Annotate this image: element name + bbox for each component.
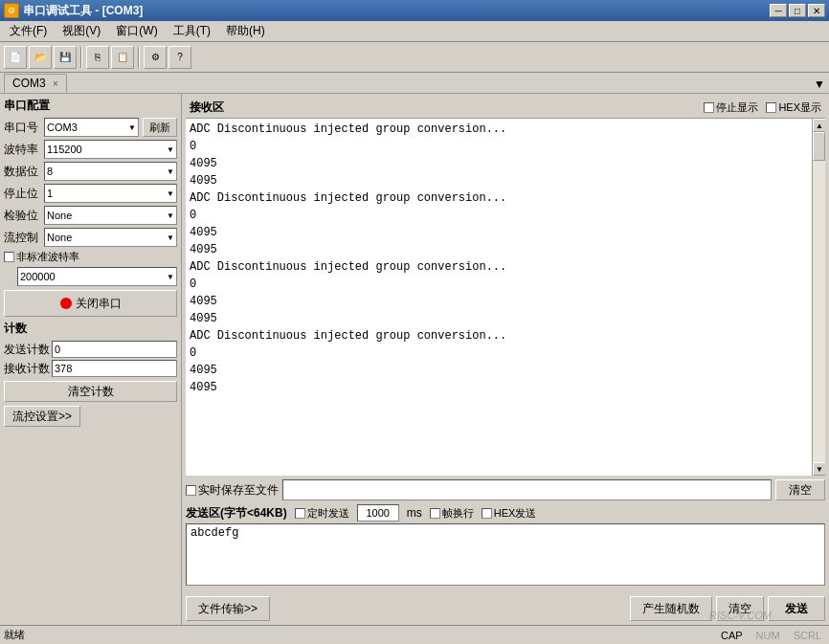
timed-send-option[interactable]: 定时发送 (295, 506, 349, 521)
random-number-button[interactable]: 产生随机数 (630, 596, 712, 621)
receive-options: 停止显示 HEX显示 (704, 100, 821, 115)
clear-count-button[interactable]: 清空计数 (4, 381, 177, 402)
send-button[interactable]: 发送 (768, 596, 825, 621)
close-port-button[interactable]: 关闭串口 (4, 290, 177, 317)
stopbits-arrow: ▼ (167, 189, 174, 198)
maximize-button[interactable]: □ (789, 4, 806, 17)
menu-tools[interactable]: 工具(T) (166, 21, 218, 41)
scroll-up-button[interactable]: ▲ (813, 119, 825, 132)
parity-select[interactable]: None ▼ (44, 206, 177, 225)
cap-indicator: CAP (717, 629, 747, 642)
receive-title: 接收区 (190, 100, 224, 116)
flow-arrow: ▼ (167, 233, 174, 242)
toolbar-new[interactable]: 📄 (4, 46, 27, 69)
receive-scrollbar[interactable]: ▲ ▼ (812, 119, 825, 476)
toolbar-sep1 (80, 47, 82, 68)
scroll-down-button[interactable]: ▼ (813, 462, 825, 476)
menu-view[interactable]: 视图(V) (55, 21, 108, 41)
receive-content: ADC Discontinuous injected group convers… (186, 119, 812, 476)
toolbar-settings[interactable]: ⚙ (144, 46, 167, 69)
save-file-input[interactable] (282, 479, 772, 500)
port-status-indicator (60, 298, 72, 309)
tab-bar: COM3 × ▼ (0, 73, 829, 94)
tab-com3[interactable]: COM3 × (4, 74, 67, 93)
save-file-checkbox[interactable] (186, 485, 196, 496)
send-title: 发送区(字节<64KB) (186, 505, 287, 522)
flow-select[interactable]: None ▼ (44, 228, 177, 247)
nonstandard-select[interactable]: 200000 ▼ (17, 267, 177, 286)
clear-receive-button[interactable]: 清空 (775, 479, 825, 500)
save-file-option[interactable]: 实时保存至文件 (186, 482, 279, 499)
nonstandard-value-row: 200000 ▼ (17, 267, 177, 286)
send-textarea[interactable]: abcdefg (186, 523, 825, 586)
databits-row: 数据位 8 ▼ (4, 162, 177, 181)
port-label: 串口号 (4, 120, 44, 136)
frame-swap-option[interactable]: 帧换行 (430, 506, 474, 521)
nonstandard-label[interactable]: 非标准波特率 (4, 250, 79, 264)
count-section: 计数 发送计数 0 接收计数 378 清空计数 (4, 321, 177, 402)
flow-label: 流控制 (4, 230, 44, 246)
app-icon: ⚙ (4, 3, 19, 18)
menu-file[interactable]: 文件(F) (2, 21, 55, 41)
hex-display-option[interactable]: HEX显示 (766, 100, 821, 115)
hex-send-option[interactable]: HEX发送 (482, 506, 537, 521)
refresh-button[interactable]: 刷新 (143, 118, 177, 137)
hex-send-checkbox[interactable] (482, 508, 492, 519)
rx-value: 378 (52, 360, 177, 377)
hex-display-checkbox[interactable] (766, 102, 776, 113)
tx-count-row: 发送计数 0 (4, 341, 177, 358)
stop-display-checkbox[interactable] (704, 102, 714, 113)
serial-config-title: 串口配置 (4, 98, 177, 114)
menu-window[interactable]: 窗口(W) (108, 21, 165, 41)
databits-label: 数据位 (4, 164, 44, 180)
toolbar-copy[interactable]: ⎘ (86, 46, 109, 69)
toolbar-sep2 (138, 47, 140, 68)
toolbar-open[interactable]: 📂 (29, 46, 52, 69)
baud-row: 波特率 115200 ▼ (4, 140, 177, 159)
baud-label: 波特率 (4, 142, 44, 158)
port-row: 串口号 COM3 ▼ 刷新 (4, 118, 177, 137)
toolbar-paste[interactable]: 📋 (111, 46, 134, 69)
scroll-thumb[interactable] (813, 132, 825, 161)
databits-arrow: ▼ (167, 167, 174, 176)
scrl-indicator: SCRL (790, 629, 825, 642)
nonstandard-arrow: ▼ (167, 273, 174, 281)
scroll-track (813, 132, 825, 462)
databits-select[interactable]: 8 ▼ (44, 162, 177, 181)
receive-header: 接收区 停止显示 HEX显示 (186, 98, 825, 119)
toolbar-save[interactable]: 💾 (54, 46, 77, 69)
parity-row: 检验位 None ▼ (4, 206, 177, 225)
baud-select[interactable]: 115200 ▼ (44, 140, 177, 159)
nonstandard-checkbox[interactable] (4, 252, 14, 262)
ms-label: ms (407, 506, 422, 520)
count-title: 计数 (4, 321, 177, 337)
toolbar-help[interactable]: ? (168, 46, 191, 69)
menu-help[interactable]: 帮助(H) (218, 21, 273, 41)
tx-label: 发送计数 (4, 342, 52, 358)
close-button[interactable]: ✕ (808, 4, 825, 17)
flow-settings-button[interactable]: 流控设置>> (4, 406, 80, 427)
baud-select-arrow: ▼ (167, 145, 174, 154)
stopbits-select[interactable]: 1 ▼ (44, 184, 177, 203)
send-options: 定时发送 ms 帧换行 HEX发送 (295, 504, 537, 522)
receive-body: ADC Discontinuous injected group convers… (186, 119, 825, 476)
port-select-arrow: ▼ (128, 123, 136, 132)
status-text: 就绪 (4, 628, 25, 642)
nonstandard-row: 非标准波特率 (4, 250, 177, 264)
tab-dropdown-arrow[interactable]: ▼ (814, 78, 825, 93)
rx-label: 接收计数 (4, 361, 52, 377)
stopbits-row: 停止位 1 ▼ (4, 184, 177, 203)
timed-send-checkbox[interactable] (295, 508, 305, 519)
stop-display-option[interactable]: 停止显示 (704, 100, 758, 115)
frame-swap-checkbox[interactable] (430, 508, 440, 519)
rx-count-row: 接收计数 378 (4, 360, 177, 377)
title-text: 串口调试工具 - [COM3] (23, 3, 143, 19)
right-panel: 接收区 停止显示 HEX显示 ADC Discontinuous injecte… (182, 94, 829, 625)
file-transfer-button[interactable]: 文件传输>> (186, 596, 270, 621)
num-indicator: NUM (752, 629, 784, 642)
port-select[interactable]: COM3 ▼ (44, 118, 139, 137)
timed-send-input[interactable] (357, 504, 399, 522)
send-header: 发送区(字节<64KB) 定时发送 ms 帧换行 HEX发送 (186, 504, 825, 522)
tab-close-button[interactable]: × (53, 78, 58, 89)
minimize-button[interactable]: ─ (770, 4, 787, 17)
